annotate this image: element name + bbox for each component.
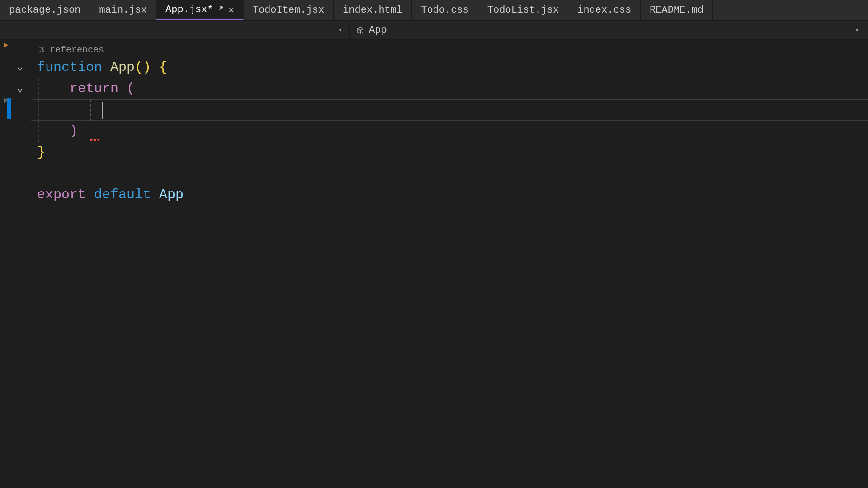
tab-index-html[interactable]: index.html (334, 0, 412, 20)
editor-gutter: ⌄ ⌄ (0, 40, 32, 206)
pin-icon[interactable] (218, 5, 224, 14)
tab-index-css[interactable]: index.css (568, 0, 641, 20)
chevron-down-icon: ▾ (339, 26, 342, 34)
editor-tab-bar: package.json main.jsx App.jsx* ✕ TodoIte… (0, 0, 868, 21)
breadcrumb-scope-left[interactable]: ▾ (0, 21, 350, 39)
code-line[interactable]: export default App (37, 184, 868, 206)
change-marker-icon (4, 98, 8, 103)
tab-label: main.jsx (99, 5, 147, 16)
tab-main-jsx[interactable]: main.jsx (90, 0, 156, 20)
debug-marker-icon (4, 42, 8, 48)
token-keyword: default (94, 184, 151, 206)
breadcrumb-symbol: App (369, 24, 387, 36)
tab-todolist-jsx[interactable]: TodoList.jsx (478, 0, 568, 20)
token-identifier: App (159, 184, 184, 206)
breadcrumb-scope-right[interactable]: App ▾ (350, 21, 868, 39)
fold-collapse-icon[interactable]: ⌄ (17, 82, 23, 96)
symbol-module-icon (356, 26, 364, 34)
tab-label: index.css (577, 5, 631, 16)
token-keyword: return (70, 78, 118, 99)
token-keyword: export (37, 184, 86, 206)
error-squiggle (90, 139, 99, 141)
code-line-blank[interactable] (37, 163, 868, 184)
token-paren-open: ( (127, 78, 135, 99)
token-function-name: App (110, 57, 135, 78)
tab-label: package.json (9, 5, 80, 16)
chevron-down-icon: ▾ (855, 26, 859, 34)
codelens-references[interactable]: 3 references (39, 42, 868, 57)
token-paren-close: ) (70, 121, 78, 142)
current-line-highlight (31, 99, 868, 121)
code-content[interactable]: 3 references function App() { return ( ) (37, 42, 868, 206)
tab-label: index.html (343, 5, 402, 16)
code-line[interactable]: ) (37, 121, 868, 142)
tab-app-jsx[interactable]: App.jsx* ✕ (156, 0, 244, 20)
tab-todoitem-jsx[interactable]: TodoItem.jsx (244, 0, 334, 20)
token-brace-open: { (159, 57, 167, 78)
code-line-current[interactable] (37, 99, 868, 121)
tab-readme-md[interactable]: README.md (641, 0, 713, 20)
tab-todo-css[interactable]: Todo.css (412, 0, 478, 20)
tab-label: App.jsx* (165, 4, 213, 15)
token-brace-close: } (37, 142, 45, 163)
token-keyword: function (37, 57, 102, 78)
close-icon[interactable]: ✕ (229, 4, 234, 15)
tab-label: README.md (650, 5, 703, 16)
tab-package-json[interactable]: package.json (0, 0, 90, 20)
breadcrumb-bar: ▾ App ▾ (0, 21, 868, 40)
tab-label: Todo.css (421, 5, 469, 16)
code-line[interactable]: return ( (37, 78, 868, 99)
token-parentheses: () (135, 57, 151, 78)
tab-label: TodoList.jsx (487, 5, 559, 16)
fold-collapse-icon[interactable]: ⌄ (17, 60, 23, 74)
tab-label: TodoItem.jsx (253, 5, 324, 16)
code-line[interactable]: function App() { (37, 57, 868, 78)
code-editor[interactable]: ⌄ ⌄ 3 references function App() { return… (0, 40, 868, 206)
code-line[interactable]: } (37, 142, 868, 163)
